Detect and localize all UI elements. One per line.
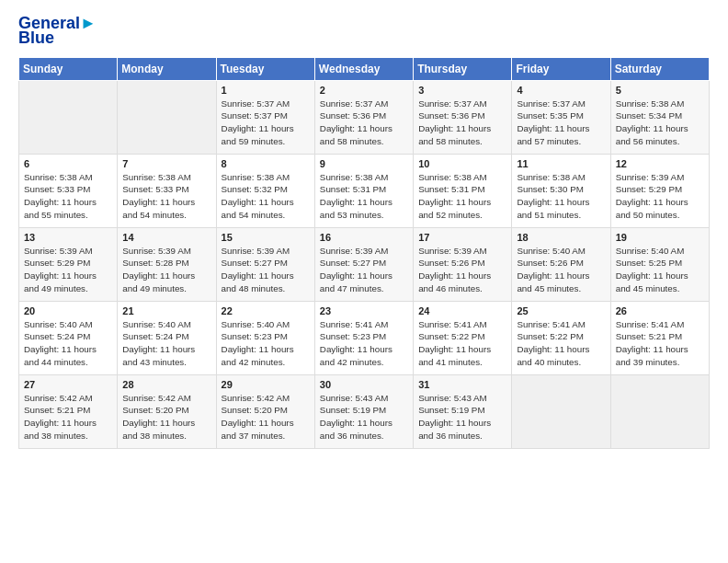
day-info: Sunrise: 5:39 AMSunset: 5:29 PMDaylight:…	[24, 245, 112, 295]
day-info: Sunrise: 5:37 AMSunset: 5:35 PMDaylight:…	[517, 98, 605, 148]
week-row-4: 20Sunrise: 5:40 AMSunset: 5:24 PMDayligh…	[19, 301, 710, 374]
day-cell: 1Sunrise: 5:37 AMSunset: 5:37 PMDaylight…	[216, 80, 314, 154]
day-number: 6	[24, 158, 112, 169]
day-number: 14	[122, 232, 210, 243]
week-row-1: 1Sunrise: 5:37 AMSunset: 5:37 PMDaylight…	[19, 80, 710, 154]
day-cell: 8Sunrise: 5:38 AMSunset: 5:32 PMDaylight…	[216, 154, 314, 227]
day-info: Sunrise: 5:41 AMSunset: 5:22 PMDaylight:…	[517, 318, 605, 369]
day-info: Sunrise: 5:40 AMSunset: 5:23 PMDaylight:…	[222, 318, 310, 369]
day-cell: 12Sunrise: 5:39 AMSunset: 5:29 PMDayligh…	[610, 154, 709, 227]
day-cell: 27Sunrise: 5:42 AMSunset: 5:21 PMDayligh…	[19, 374, 118, 448]
weekday-header-friday: Friday	[512, 57, 610, 80]
day-cell: 23Sunrise: 5:41 AMSunset: 5:23 PMDayligh…	[314, 301, 413, 374]
weekday-header-saturday: Saturday	[610, 57, 709, 80]
day-info: Sunrise: 5:38 AMSunset: 5:31 PMDaylight:…	[320, 171, 408, 222]
day-info: Sunrise: 5:42 AMSunset: 5:21 PMDaylight:…	[24, 392, 112, 442]
week-row-2: 6Sunrise: 5:38 AMSunset: 5:33 PMDaylight…	[19, 154, 710, 227]
day-cell: 19Sunrise: 5:40 AMSunset: 5:25 PMDayligh…	[610, 227, 709, 301]
day-info: Sunrise: 5:39 AMSunset: 5:26 PMDaylight:…	[418, 245, 506, 295]
day-number: 10	[418, 158, 506, 169]
day-number: 21	[122, 305, 210, 316]
day-cell: 11Sunrise: 5:38 AMSunset: 5:30 PMDayligh…	[512, 154, 610, 227]
day-info: Sunrise: 5:40 AMSunset: 5:25 PMDaylight:…	[616, 245, 704, 295]
day-cell: 20Sunrise: 5:40 AMSunset: 5:24 PMDayligh…	[19, 301, 118, 374]
day-cell: 10Sunrise: 5:38 AMSunset: 5:31 PMDayligh…	[414, 154, 512, 227]
day-cell: 13Sunrise: 5:39 AMSunset: 5:29 PMDayligh…	[19, 227, 118, 301]
day-cell: 18Sunrise: 5:40 AMSunset: 5:26 PMDayligh…	[512, 227, 610, 301]
day-cell: 25Sunrise: 5:41 AMSunset: 5:22 PMDayligh…	[512, 301, 610, 374]
day-number: 30	[320, 379, 408, 390]
weekday-header-thursday: Thursday	[414, 57, 512, 80]
day-cell: 24Sunrise: 5:41 AMSunset: 5:22 PMDayligh…	[414, 301, 512, 374]
day-info: Sunrise: 5:39 AMSunset: 5:27 PMDaylight:…	[320, 245, 408, 295]
day-number: 9	[320, 158, 408, 169]
week-row-5: 27Sunrise: 5:42 AMSunset: 5:21 PMDayligh…	[19, 374, 710, 448]
day-info: Sunrise: 5:42 AMSunset: 5:20 PMDaylight:…	[122, 392, 210, 442]
logo-text-blue: Blue	[18, 29, 97, 48]
day-info: Sunrise: 5:38 AMSunset: 5:33 PMDaylight:…	[24, 171, 112, 222]
day-info: Sunrise: 5:38 AMSunset: 5:30 PMDaylight:…	[517, 171, 605, 222]
day-cell	[512, 374, 610, 448]
day-info: Sunrise: 5:38 AMSunset: 5:33 PMDaylight:…	[122, 171, 210, 222]
weekday-header-wednesday: Wednesday	[314, 57, 413, 80]
day-number: 25	[517, 305, 605, 316]
day-number: 26	[616, 305, 704, 316]
day-number: 31	[418, 379, 506, 390]
day-info: Sunrise: 5:43 AMSunset: 5:19 PMDaylight:…	[418, 392, 506, 442]
day-info: Sunrise: 5:41 AMSunset: 5:22 PMDaylight:…	[418, 318, 506, 369]
day-number: 27	[24, 379, 112, 390]
day-number: 15	[222, 232, 310, 243]
day-number: 23	[320, 305, 408, 316]
day-info: Sunrise: 5:38 AMSunset: 5:34 PMDaylight:…	[616, 98, 704, 148]
day-number: 13	[24, 232, 112, 243]
day-info: Sunrise: 5:42 AMSunset: 5:20 PMDaylight:…	[222, 392, 310, 442]
day-info: Sunrise: 5:39 AMSunset: 5:29 PMDaylight:…	[616, 171, 704, 222]
day-cell: 6Sunrise: 5:38 AMSunset: 5:33 PMDaylight…	[19, 154, 118, 227]
day-number: 1	[222, 85, 310, 96]
day-number: 24	[418, 305, 506, 316]
day-number: 17	[418, 232, 506, 243]
day-number: 3	[418, 85, 506, 96]
calendar-table: SundayMondayTuesdayWednesdayThursdayFrid…	[18, 57, 710, 449]
day-cell: 3Sunrise: 5:37 AMSunset: 5:36 PMDaylight…	[414, 80, 512, 154]
day-info: Sunrise: 5:40 AMSunset: 5:24 PMDaylight:…	[24, 318, 112, 369]
day-number: 4	[517, 85, 605, 96]
day-cell: 28Sunrise: 5:42 AMSunset: 5:20 PMDayligh…	[118, 374, 216, 448]
day-number: 20	[24, 305, 112, 316]
day-cell: 21Sunrise: 5:40 AMSunset: 5:24 PMDayligh…	[118, 301, 216, 374]
day-number: 18	[517, 232, 605, 243]
day-cell: 9Sunrise: 5:38 AMSunset: 5:31 PMDaylight…	[314, 154, 413, 227]
day-info: Sunrise: 5:39 AMSunset: 5:27 PMDaylight:…	[222, 245, 310, 295]
day-info: Sunrise: 5:41 AMSunset: 5:21 PMDaylight:…	[616, 318, 704, 369]
day-cell: 15Sunrise: 5:39 AMSunset: 5:27 PMDayligh…	[216, 227, 314, 301]
day-info: Sunrise: 5:38 AMSunset: 5:32 PMDaylight:…	[222, 171, 310, 222]
day-cell: 5Sunrise: 5:38 AMSunset: 5:34 PMDaylight…	[610, 80, 709, 154]
day-cell: 7Sunrise: 5:38 AMSunset: 5:33 PMDaylight…	[118, 154, 216, 227]
logo: General► Blue	[18, 15, 97, 48]
day-number: 12	[616, 158, 704, 169]
day-cell	[118, 80, 216, 154]
weekday-header-tuesday: Tuesday	[216, 57, 314, 80]
day-number: 2	[320, 85, 408, 96]
day-cell: 17Sunrise: 5:39 AMSunset: 5:26 PMDayligh…	[414, 227, 512, 301]
day-cell: 30Sunrise: 5:43 AMSunset: 5:19 PMDayligh…	[314, 374, 413, 448]
day-number: 7	[122, 158, 210, 169]
day-number: 5	[616, 85, 704, 96]
day-cell	[19, 80, 118, 154]
page-header: General► Blue	[18, 15, 710, 48]
day-number: 28	[122, 379, 210, 390]
day-number: 8	[222, 158, 310, 169]
weekday-header-monday: Monday	[118, 57, 216, 80]
day-number: 29	[222, 379, 310, 390]
calendar-page: General► Blue SundayMondayTuesdayWednesd…	[0, 0, 728, 563]
day-info: Sunrise: 5:40 AMSunset: 5:24 PMDaylight:…	[122, 318, 210, 369]
day-number: 11	[517, 158, 605, 169]
day-number: 16	[320, 232, 408, 243]
day-info: Sunrise: 5:41 AMSunset: 5:23 PMDaylight:…	[320, 318, 408, 369]
day-cell	[610, 374, 709, 448]
day-info: Sunrise: 5:38 AMSunset: 5:31 PMDaylight:…	[418, 171, 506, 222]
day-cell: 2Sunrise: 5:37 AMSunset: 5:36 PMDaylight…	[314, 80, 413, 154]
weekday-header-row: SundayMondayTuesdayWednesdayThursdayFrid…	[19, 57, 710, 80]
day-cell: 31Sunrise: 5:43 AMSunset: 5:19 PMDayligh…	[414, 374, 512, 448]
day-info: Sunrise: 5:37 AMSunset: 5:37 PMDaylight:…	[222, 98, 310, 148]
